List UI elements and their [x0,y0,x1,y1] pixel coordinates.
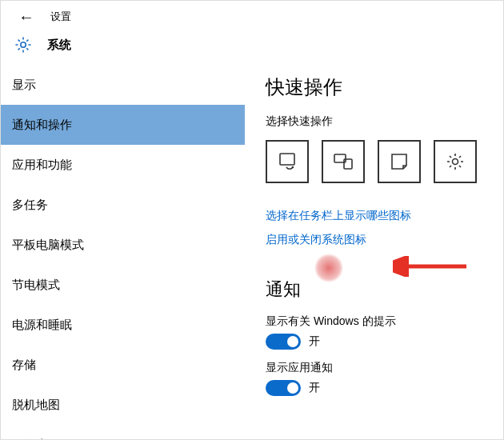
quick-actions-title: 快速操作 [266,74,503,100]
toggle-app-notifications-state: 开 [309,381,320,395]
toggle-windows-tips[interactable] [266,334,301,350]
qa-tile-tablet-mode[interactable] [266,140,309,183]
sidebar-item-label: 脱机地图 [12,398,60,413]
sidebar-item-label: 显示 [12,78,36,93]
sidebar-item-apps[interactable]: 应用和功能 [1,145,245,185]
svg-rect-1 [280,154,294,165]
sidebar-item-label: 节电模式 [12,278,60,293]
link-taskbar-icons[interactable]: 选择在任务栏上显示哪些图标 [266,209,411,223]
sidebar-item-default-apps[interactable]: 默认应用 [1,425,245,440]
sidebar-item-multitask[interactable]: 多任务 [1,185,245,225]
sidebar-item-storage[interactable]: 存储 [1,345,245,385]
window-title: 设置 [50,10,71,24]
sidebar-item-label: 应用和功能 [12,158,72,173]
sidebar-item-power-sleep[interactable]: 电源和睡眠 [1,305,245,345]
sidebar-item-display[interactable]: 显示 [1,65,245,105]
qa-tile-project[interactable] [322,140,365,183]
notifications-title: 通知 [266,278,503,302]
toggle-app-notifications-label: 显示应用通知 [266,361,503,375]
sidebar-item-label: 多任务 [12,198,48,213]
link-system-icons[interactable]: 启用或关闭系统图标 [266,233,366,247]
sidebar-item-tablet-mode[interactable]: 平板电脑模式 [1,225,245,265]
sidebar-item-label: 默认应用 [12,438,60,441]
svg-point-0 [21,42,26,47]
toggle-windows-tips-label: 显示有关 Windows 的提示 [266,314,503,329]
page-category-title: 系统 [47,38,71,53]
sidebar-item-label: 存储 [12,358,36,373]
toggle-app-notifications[interactable] [266,380,301,396]
toggle-windows-tips-state: 开 [309,334,320,349]
sidebar: 显示 通知和操作 应用和功能 多任务 平板电脑模式 节电模式 电源和睡眠 存储 … [1,65,245,439]
sidebar-item-battery-saver[interactable]: 节电模式 [1,265,245,305]
main-panel: 快速操作 选择快速操作 [245,65,503,439]
qa-tile-note[interactable] [378,140,421,183]
qa-tile-settings[interactable] [434,140,477,183]
svg-point-2 [293,167,294,168]
sidebar-item-label: 电源和睡眠 [12,318,72,333]
quick-actions-sub: 选择快速操作 [266,114,503,129]
sidebar-item-notifications[interactable]: 通知和操作 [1,105,245,145]
sidebar-item-offline-maps[interactable]: 脱机地图 [1,385,245,425]
back-button[interactable]: ← [18,8,50,26]
sidebar-item-label: 通知和操作 [12,118,72,133]
gear-icon [14,35,33,54]
svg-point-5 [453,159,458,165]
sidebar-item-label: 平板电脑模式 [12,238,84,253]
